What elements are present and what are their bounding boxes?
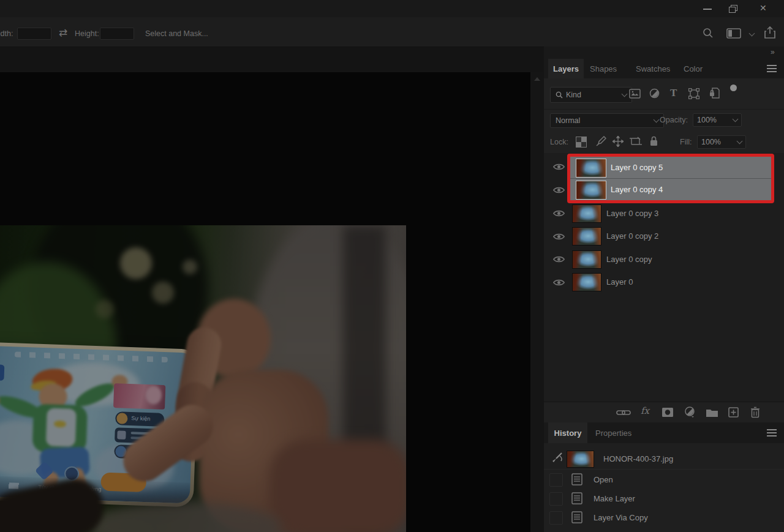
layer-name[interactable]: Layer 0 copy 4 [611,185,663,194]
tab-history[interactable]: History [548,422,587,443]
blend-mode-select[interactable]: Normal [550,113,664,128]
layer-name[interactable]: Layer 0 copy 5 [611,163,663,172]
width-input[interactable] [17,28,51,40]
share-icon[interactable] [764,26,776,39]
layer-thumbnail[interactable] [572,204,601,223]
layer-row[interactable]: Layer 0 [544,271,784,293]
layer-name[interactable]: Layer 0 copy 3 [606,209,658,218]
panel-top-strip: » [544,47,784,59]
photo: Sự kiện [0,225,406,532]
history-step-icon [571,511,582,523]
snapshot-name[interactable]: HONOR-400-37.jpg [603,454,673,463]
layer-thumbnail[interactable] [572,227,601,245]
layers-filter-row: Kind T [544,78,784,110]
fill-value: 100% [701,138,721,146]
layer-styles-button[interactable]: fx [641,405,649,416]
layer-row[interactable]: Layer 0 copy 2 [544,225,784,247]
delete-layer-button[interactable] [750,406,760,418]
opacity-value-well[interactable]: 100% [693,113,742,127]
history-source-well[interactable] [549,473,563,487]
select-and-mask-button[interactable]: Select and Mask... [145,29,208,38]
history-brush-icon[interactable] [551,452,564,463]
canvas-scrollbar[interactable] [530,72,544,532]
history-step-row[interactable]: Layer Via Copy [544,508,784,527]
tab-layers[interactable]: Layers [548,59,584,78]
history-panel: HONOR-400-37.jpg Open [544,443,784,532]
add-mask-button[interactable] [662,407,674,418]
selection-highlight-box: Layer 0 copy 5 Layer 0 copy 4 [567,154,774,203]
history-step-label: Layer Via Copy [594,513,648,522]
search-icon[interactable] [703,28,714,39]
close-button[interactable]: ✕ [760,3,767,13]
lock-transparency-icon[interactable] [576,137,587,148]
tab-color[interactable]: Color [684,59,703,78]
opacity-value: 100% [697,116,717,124]
layer-row-selected[interactable]: Layer 0 copy 5 [570,157,771,179]
lock-artboard-icon[interactable] [630,137,642,146]
panel-collapse-button[interactable]: » [771,48,774,56]
options-bar: Width: ⇄ Height: Select and Mask... [0,17,784,47]
adjustment-layer-button[interactable] [684,406,695,418]
title-bar: ✕ [0,0,784,17]
layer-name[interactable]: Layer 0 copy [606,255,652,264]
lock-position-icon[interactable] [612,136,624,147]
layer-row[interactable]: Layer 0 copy [544,248,784,271]
lock-label: Lock: [550,138,568,146]
layer-name[interactable]: Layer 0 [606,277,633,287]
layer-thumbnail[interactable] [572,250,601,269]
document-tab-strip[interactable] [0,47,545,73]
filter-adjustment-icon[interactable] [649,88,660,99]
filter-lighting-toggle[interactable] [730,84,737,91]
kind-filter-label: Kind [566,91,581,99]
filter-smart-object-icon[interactable] [709,88,720,99]
workspace-switcher-icon[interactable] [726,28,741,39]
history-step-row[interactable]: Make Layer [544,489,784,508]
fill-value-well[interactable]: 100% [697,135,746,149]
layer-thumbnail[interactable] [576,159,606,178]
tab-shapes[interactable]: Shapes [590,59,617,78]
layers-panel-menu-button[interactable] [767,65,777,66]
width-label: Width: [0,29,13,38]
tab-history-label: History [554,429,582,438]
photoshop-window: ✕ Width: ⇄ Height: Select and Mask... [0,0,784,532]
filter-shape-icon[interactable] [688,88,699,99]
layer-name[interactable]: Layer 0 copy 2 [606,231,658,241]
layer-row-selected[interactable]: Layer 0 copy 4 [570,179,771,200]
lock-all-icon[interactable] [649,135,658,146]
tab-swatches[interactable]: Swatches [636,59,670,78]
history-step-icon [571,492,582,504]
fill-chevron-icon [737,138,743,144]
history-source-well[interactable] [549,511,563,525]
history-snapshot-row[interactable]: HONOR-400-37.jpg [544,448,784,470]
minimize-button[interactable] [703,9,712,10]
canvas[interactable]: Sự kiện [0,72,530,532]
lock-pixels-icon[interactable] [595,136,606,147]
layers-action-bar: fx [544,402,784,423]
new-layer-button[interactable] [728,407,739,418]
swap-dimensions-icon[interactable]: ⇄ [59,26,67,39]
scrollbar-up-arrow[interactable] [534,77,540,81]
blend-row: Normal Opacity: 100% [544,110,784,132]
layer-thumbnail[interactable] [572,273,601,291]
filter-type-icon[interactable]: T [670,87,677,99]
history-panel-menu-button[interactable] [767,429,777,430]
tab-properties-label: Properties [595,429,631,438]
eye-icon[interactable] [553,186,565,194]
restore-icon-back [729,7,736,13]
kind-filter-select[interactable]: Kind [550,87,632,103]
layers-panel-tabbar: Layers Shapes Swatches Color [544,59,784,78]
link-layers-button[interactable] [616,408,631,417]
history-step-row[interactable]: Open [544,470,784,489]
tab-swatches-label: Swatches [636,64,670,73]
blend-chevron-icon [654,117,660,123]
tab-properties[interactable]: Properties [595,422,631,443]
workspace-chevron-icon[interactable] [749,31,755,37]
new-group-button[interactable] [706,408,718,418]
maximize-restore-button[interactable] [729,5,736,12]
history-source-well[interactable] [549,492,563,506]
layer-thumbnail[interactable] [576,181,606,200]
height-input[interactable] [100,28,134,40]
eye-icon[interactable] [553,163,565,171]
filter-image-icon[interactable] [629,89,641,99]
layer-row[interactable]: Layer 0 copy 3 [544,202,784,225]
